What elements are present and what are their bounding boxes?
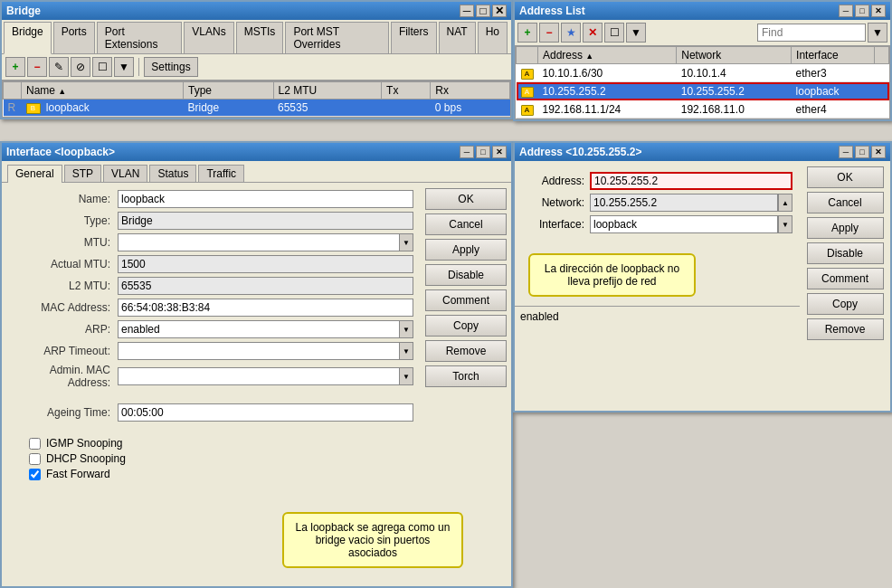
iw-disable-btn[interactable]: Disable xyxy=(425,264,507,286)
filter-btn[interactable]: ▼ xyxy=(114,57,134,77)
table-row[interactable]: A 10.255.255.2 10.255.255.2 loopback xyxy=(517,82,889,100)
ad-minimize-btn[interactable]: ─ xyxy=(839,146,853,158)
addr-extra2 xyxy=(875,82,889,100)
iw-apply-btn[interactable]: Apply xyxy=(425,239,507,261)
tab-mstis[interactable]: MSTIs xyxy=(236,22,284,53)
minimize-btn[interactable]: ─ xyxy=(460,5,474,17)
find-arrow-btn[interactable]: ▼ xyxy=(868,23,887,43)
close-btn[interactable]: ✕ xyxy=(492,5,507,17)
col-rx: Rx xyxy=(431,82,510,100)
address-list-window: Address List ─ □ ✕ + − ★ ✕ ☐ ▼ ▼ Address… xyxy=(513,0,892,121)
arp-timeout-input[interactable] xyxy=(118,342,399,360)
al-delete-btn[interactable]: ✕ xyxy=(583,23,603,43)
table-row[interactable]: R B loopback Bridge 65535 0 bps xyxy=(4,100,510,117)
mtu-input[interactable] xyxy=(118,233,399,251)
iw-maximize-btn[interactable]: □ xyxy=(476,146,490,158)
ageing-input[interactable] xyxy=(118,403,413,422)
tab-ho[interactable]: Ho xyxy=(478,22,508,53)
tab-port-extensions[interactable]: Port Extensions xyxy=(97,22,183,53)
minus-icon: − xyxy=(33,61,40,73)
al-plus-icon: + xyxy=(524,26,530,39)
subtab-general[interactable]: General xyxy=(7,165,62,183)
iw-torch-btn[interactable]: Torch xyxy=(425,365,507,387)
iw-copy-btn[interactable]: Copy xyxy=(425,315,507,337)
ad-close-btn[interactable]: ✕ xyxy=(871,146,886,158)
dhcp-label: DHCP Snooping xyxy=(46,452,126,465)
iw-remove-btn[interactable]: Remove xyxy=(425,340,507,362)
remove-btn[interactable]: − xyxy=(27,57,47,77)
tab-ports[interactable]: Ports xyxy=(53,22,95,53)
ad-apply-btn[interactable]: Apply xyxy=(807,217,884,239)
actual-mtu-label: Actual MTU: xyxy=(9,258,118,270)
tab-nat[interactable]: NAT xyxy=(439,22,476,53)
ad-copy-btn[interactable]: Copy xyxy=(807,293,884,315)
col-l2mtu: L2 MTU xyxy=(273,82,382,100)
address-field-input[interactable] xyxy=(590,172,792,190)
arp-input[interactable] xyxy=(118,320,399,338)
address-list-title: Address List xyxy=(519,5,585,17)
al-filter-btn[interactable]: ▼ xyxy=(626,23,646,43)
arp-timeout-arrow-btn[interactable]: ▼ xyxy=(399,342,413,360)
addr-address: 10.10.1.6/30 xyxy=(538,64,677,82)
interface-arrow-btn[interactable]: ▼ xyxy=(778,215,792,233)
ad-ok-btn[interactable]: OK xyxy=(807,166,884,188)
tab-port-mst-overrides[interactable]: Port MST Overrides xyxy=(285,22,389,53)
edit-btn[interactable]: ✎ xyxy=(49,57,69,77)
subtab-stp[interactable]: STP xyxy=(64,165,101,182)
disable-btn[interactable]: ⊘ xyxy=(71,57,90,77)
admin-mac-input[interactable] xyxy=(118,367,399,385)
mac-input[interactable] xyxy=(118,299,413,317)
arp-arrow-btn[interactable]: ▼ xyxy=(399,320,413,338)
mac-label: MAC Address: xyxy=(9,301,118,314)
copy-btn2[interactable]: ☐ xyxy=(92,57,112,77)
network-field-label: Network: xyxy=(522,196,590,209)
subtab-vlan[interactable]: VLAN xyxy=(103,165,147,182)
bridge-table: Name ▲ Type L2 MTU Tx Rx R B loopback Br… xyxy=(3,81,510,117)
iw-close-btn[interactable]: ✕ xyxy=(492,146,507,158)
al-copy-btn[interactable]: ☐ xyxy=(604,23,624,43)
ad-maximize-btn[interactable]: □ xyxy=(855,146,869,158)
row-type: Bridge xyxy=(184,100,274,117)
iw-cancel-btn[interactable]: Cancel xyxy=(425,213,507,235)
ad-cancel-btn[interactable]: Cancel xyxy=(807,192,884,213)
type-row: Type: xyxy=(2,212,421,230)
al-close-btn[interactable]: ✕ xyxy=(871,5,886,17)
igmp-checkbox[interactable] xyxy=(29,438,41,450)
iw-ok-btn[interactable]: OK xyxy=(425,188,507,210)
iw-comment-btn[interactable]: Comment xyxy=(425,289,507,311)
network-arrow-btn[interactable]: ▲ xyxy=(778,194,792,212)
admin-mac-arrow-btn[interactable]: ▼ xyxy=(399,367,413,385)
interface-field-input[interactable] xyxy=(590,215,778,233)
mtu-arrow-btn[interactable]: ▼ xyxy=(399,233,413,251)
plus-icon: + xyxy=(12,61,18,73)
find-input[interactable] xyxy=(757,24,866,42)
ad-comment-btn[interactable]: Comment xyxy=(807,268,884,289)
maximize-btn[interactable]: □ xyxy=(476,5,490,17)
ad-remove-btn[interactable]: Remove xyxy=(807,318,884,340)
al-minimize-btn[interactable]: ─ xyxy=(839,5,853,17)
al-maximize-btn[interactable]: □ xyxy=(855,5,869,17)
addr-row-icon3: A xyxy=(517,100,538,119)
actual-mtu-row: Actual MTU: xyxy=(2,255,421,273)
fast-forward-checkbox[interactable] xyxy=(29,469,41,480)
al-add-btn[interactable]: + xyxy=(517,23,537,43)
tab-bridge[interactable]: Bridge xyxy=(4,22,52,54)
add-btn[interactable]: + xyxy=(5,57,25,77)
dhcp-checkbox[interactable] xyxy=(29,453,41,465)
l2mtu-input xyxy=(118,277,413,295)
subtab-traffic[interactable]: Traffic xyxy=(198,165,244,182)
table-row[interactable]: A 192.168.11.1/24 192.168.11.0 ether4 xyxy=(517,100,889,119)
addr-interface3: ether4 xyxy=(792,100,875,119)
tab-filters[interactable]: Filters xyxy=(391,22,437,53)
al-col-address: Address ▲ xyxy=(538,47,677,64)
al-remove-btn[interactable]: − xyxy=(539,23,559,43)
al-enable-btn[interactable]: ★ xyxy=(561,23,581,43)
ad-disable-btn[interactable]: Disable xyxy=(807,242,884,264)
name-input[interactable] xyxy=(118,190,413,208)
settings-btn[interactable]: Settings xyxy=(144,57,198,77)
tab-vlans[interactable]: VLANs xyxy=(184,22,233,53)
iw-minimize-btn[interactable]: ─ xyxy=(460,146,474,158)
table-row[interactable]: A 10.10.1.6/30 10.10.1.4 ether3 xyxy=(517,64,889,82)
ageing-row: Ageing Time: xyxy=(2,403,421,422)
subtab-status[interactable]: Status xyxy=(149,165,196,182)
